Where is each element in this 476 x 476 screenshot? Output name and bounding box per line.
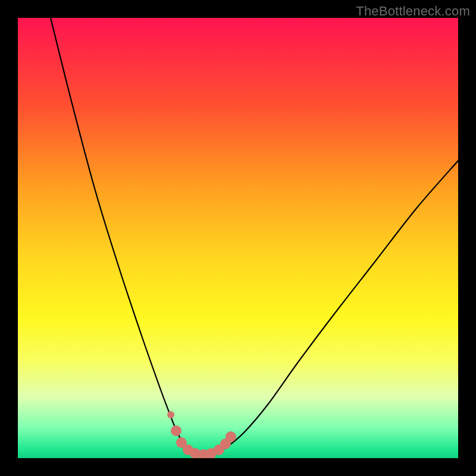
highlight-dot — [171, 425, 181, 436]
bottleneck-curve — [18, 18, 458, 458]
chart-plot-area — [18, 18, 458, 458]
highlight-dot — [226, 431, 236, 442]
watermark-text: TheBottleneck.com — [356, 4, 470, 19]
highlight-dot — [167, 411, 174, 418]
